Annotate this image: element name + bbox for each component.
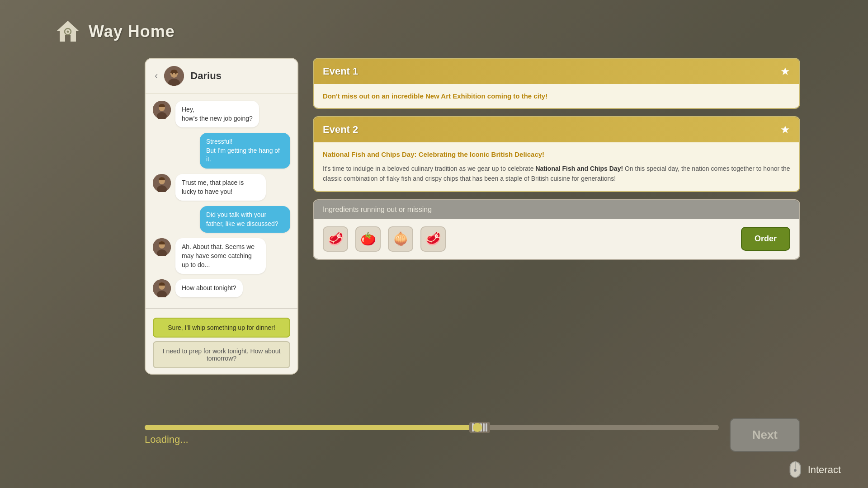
contact-name: Darius: [190, 70, 221, 82]
home-icon: [54, 18, 81, 45]
order-button[interactable]: Order: [741, 227, 790, 251]
event-2-star[interactable]: ★: [780, 123, 790, 136]
progress-container: Loading...: [145, 425, 719, 446]
svg-point-7: [172, 73, 173, 75]
message-bubble-3: Trust me, that place is lucky to have yo…: [175, 174, 266, 201]
logo-area: Way Home: [54, 18, 175, 45]
svg-point-23: [794, 469, 797, 472]
event-2-body-desc: It's time to indulge in a beloved culina…: [323, 164, 790, 184]
interact-area[interactable]: Interact: [788, 461, 841, 479]
chat-divider: [146, 308, 297, 309]
app-title: Way Home: [89, 22, 175, 41]
message-bubble-1: Hey,how's the new job going?: [175, 101, 259, 127]
ingredient-3: 🧅: [388, 226, 413, 252]
message-row-5: Ah. About that. Seems we may have some c…: [153, 238, 290, 274]
message-row-6: How about tonight?: [153, 279, 290, 297]
main-content: ‹ Darius: [145, 58, 800, 375]
mouse-icon: [788, 461, 802, 479]
avatar-small-1: [153, 101, 171, 119]
ingredient-4: 🥩: [420, 226, 446, 252]
message-bubble-5: Ah. About that. Seems we may have some c…: [175, 238, 266, 274]
ingredient-1: 🥩: [323, 226, 348, 252]
event-card-2: Event 2 ★ National Fish and Chips Day: C…: [313, 116, 800, 192]
bottom-area: Loading... Next: [145, 418, 800, 452]
events-panel: Event 1 ★ Don't miss out on an incredibl…: [313, 58, 800, 375]
event-1-star[interactable]: ★: [780, 65, 790, 78]
interact-label: Interact: [808, 464, 841, 476]
message-row-3: Trust me, that place is lucky to have yo…: [153, 174, 290, 201]
message-bubble-2: Stressful!But I'm getting the hang of it…: [200, 133, 290, 169]
chat-panel: ‹ Darius: [145, 58, 298, 375]
event-1-body-text: Don't miss out on an incredible New Art …: [323, 91, 790, 101]
loading-text: Loading...: [145, 434, 719, 446]
ingredient-2: 🍅: [355, 226, 381, 252]
svg-point-2: [67, 31, 69, 33]
event-card-1: Event 1 ★ Don't miss out on an incredibl…: [313, 58, 800, 109]
ingredients-header: Ingredients running out or missing: [314, 200, 799, 219]
event-2-body-title: National Fish and Chips Day: Celebrating…: [323, 150, 790, 159]
avatar-small-6: [153, 279, 171, 297]
message-row-4: Did you talk with your father, like we d…: [153, 206, 290, 233]
chat-options: Sure, I'll whip something up for dinner!…: [146, 312, 297, 374]
avatar-small-3: [153, 174, 171, 192]
chat-messages: Hey,how's the new job going? Stressful!B…: [146, 94, 297, 305]
contact-avatar: [164, 66, 184, 86]
event-2-body: National Fish and Chips Day: Celebrating…: [314, 142, 799, 191]
avatar-small-5: [153, 238, 171, 256]
progress-dot: [473, 423, 482, 432]
next-button[interactable]: Next: [730, 418, 800, 452]
ingredients-body: 🥩 🍅 🧅 🥩 Order: [314, 219, 799, 259]
ingredients-title: Ingredients running out or missing: [323, 206, 432, 213]
message-bubble-6: How about tonight?: [175, 279, 243, 297]
chat-option-2[interactable]: I need to prep for work tonight. How abo…: [153, 341, 290, 368]
progress-fill: [145, 425, 477, 430]
progress-track: [145, 425, 719, 430]
event-2-header: Event 2 ★: [314, 117, 799, 142]
event-1-body: Don't miss out on an incredible New Art …: [314, 84, 799, 108]
message-row-2: Stressful!But I'm getting the hang of it…: [153, 133, 290, 169]
event-2-title: Event 2: [323, 124, 358, 136]
event-1-title: Event 1: [323, 66, 358, 77]
back-button[interactable]: ‹: [155, 70, 158, 82]
event-1-header: Event 1 ★: [314, 59, 799, 84]
message-row-1: Hey,how's the new job going?: [153, 101, 290, 127]
chat-option-1[interactable]: Sure, I'll whip something up for dinner!: [153, 318, 290, 338]
chat-header: ‹ Darius: [146, 59, 297, 94]
ingredients-card: Ingredients running out or missing 🥩 🍅 🧅…: [313, 199, 800, 260]
message-bubble-4: Did you talk with your father, like we d…: [200, 206, 290, 233]
svg-point-8: [175, 73, 177, 75]
